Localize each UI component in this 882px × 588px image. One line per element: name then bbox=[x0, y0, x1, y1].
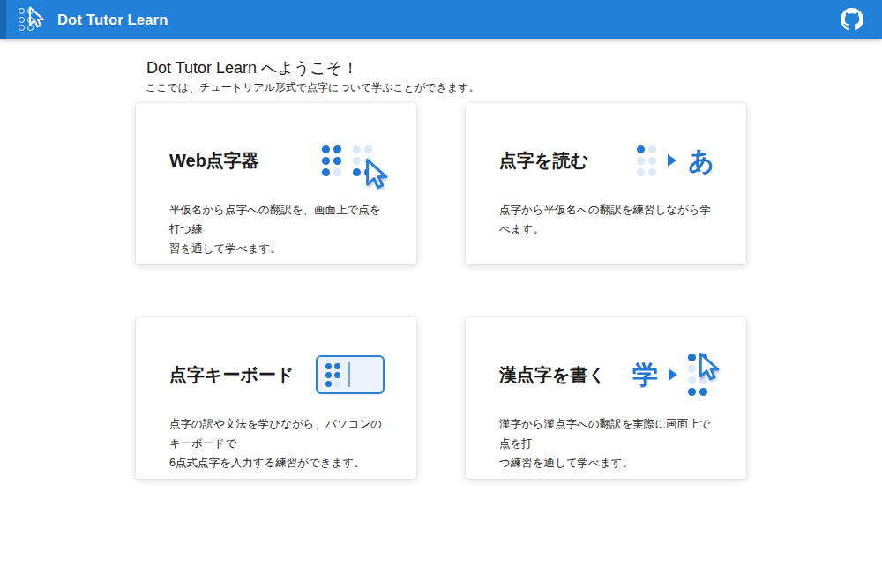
header-accent-stripe bbox=[0, 0, 6, 39]
app-title: Dot Tutor Learn bbox=[57, 11, 168, 28]
app-logo[interactable] bbox=[19, 6, 47, 33]
github-icon bbox=[841, 8, 863, 31]
braille-to-kana-icon: あ bbox=[637, 145, 714, 176]
play-triangle-icon bbox=[669, 368, 677, 381]
cursor-logo-icon bbox=[26, 6, 46, 30]
cursor-icon bbox=[696, 353, 721, 383]
braille-cell-icon bbox=[322, 145, 341, 176]
page-subtitle: ここでは、チュートリアル形式で点字について学ぶことができます。 bbox=[146, 80, 479, 95]
page-title: Dot Tutor Learn へようこそ！ bbox=[146, 57, 358, 78]
card-write-kanji-braille[interactable]: 漢点字を書く 学 漢字から漢点字への翻訳を実際に画面上で点を打 つ練習を通して学… bbox=[466, 317, 746, 479]
card-read-braille[interactable]: 点字を読む あ 点字から平仮名への翻訳を練習しながら学べます。 bbox=[466, 103, 746, 264]
braille-cell-icon bbox=[637, 145, 656, 176]
card-title: 漢点字を書く bbox=[499, 363, 606, 387]
card-title: Web点字器 bbox=[169, 149, 259, 173]
card-web-braille-writer[interactable]: Web点字器 平仮名から点字への翻訳を、画面上で点を打つ練 習を通して学べます。 bbox=[136, 103, 416, 264]
card-title: 点字を読む bbox=[499, 149, 588, 173]
kanji-to-braille-cursor-icon: 学 bbox=[632, 354, 707, 396]
braille-cells-cursor-icon bbox=[322, 145, 372, 176]
kanji-sample: 学 bbox=[632, 362, 658, 388]
braille-input-box-icon bbox=[316, 355, 385, 394]
app-header: Dot Tutor Learn bbox=[0, 0, 882, 39]
kana-sample: あ bbox=[688, 148, 714, 174]
tutorial-cards-grid: Web点字器 平仮名から点字への翻訳を、画面上で点を打つ練 習を通して学べます。… bbox=[136, 103, 746, 479]
card-description: 漢字から漢点字への翻訳を実際に画面上で点を打 つ練習を通して学べます。 bbox=[499, 415, 714, 473]
github-link[interactable] bbox=[841, 8, 863, 31]
card-braille-keyboard[interactable]: 点字キーボード 点字の訳や文法を学びながら、パソコンのキーボードで 6点式点字を… bbox=[136, 317, 416, 479]
cursor-icon bbox=[363, 159, 390, 191]
card-title: 点字キーボード bbox=[169, 363, 294, 387]
play-triangle-icon bbox=[668, 154, 676, 167]
card-description: 点字から平仮名への翻訳を練習しながら学べます。 bbox=[499, 201, 714, 240]
braille-cell-icon bbox=[325, 363, 340, 387]
card-description: 平仮名から点字への翻訳を、画面上で点を打つ練 習を通して学べます。 bbox=[169, 201, 385, 259]
card-description: 点字の訳や文法を学びながら、パソコンのキーボードで 6点式点字を入力する練習がで… bbox=[169, 415, 385, 473]
text-caret-icon bbox=[348, 362, 350, 387]
